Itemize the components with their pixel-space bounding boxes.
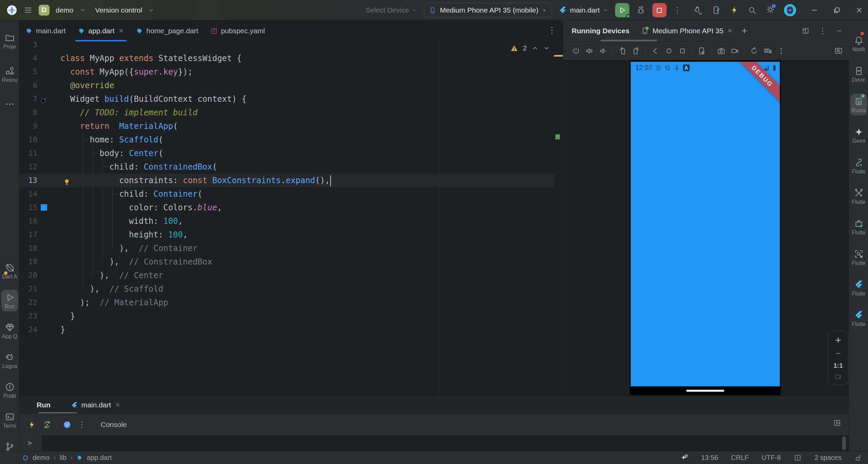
code-line-15[interactable]: 15 color: Colors.blue, bbox=[19, 201, 555, 214]
volume-down-icon[interactable] bbox=[599, 46, 608, 55]
code-line-18[interactable]: 18 ), // Container bbox=[19, 241, 555, 255]
editor-tab-home_page.dart[interactable]: home_page.dart bbox=[130, 20, 204, 41]
restart-icon[interactable] bbox=[750, 46, 758, 55]
nav-back-icon[interactable] bbox=[651, 46, 660, 55]
tool-window-button-project[interactable]: Proje bbox=[0, 30, 19, 52]
breadcrumb-project[interactable]: demo bbox=[33, 454, 50, 462]
inspections-widget[interactable]: 2 bbox=[510, 44, 550, 52]
editor-tab-app.dart[interactable]: app.dart✕ bbox=[72, 20, 130, 41]
caret-position[interactable]: 13:56 bbox=[701, 454, 718, 462]
ai-assistant-disabled-icon[interactable] bbox=[680, 454, 688, 462]
code-line-8[interactable]: 8 // TODO: implement build bbox=[19, 106, 555, 119]
rotate-left-icon[interactable] bbox=[618, 46, 627, 55]
run-tab-main-dart[interactable]: main.dart ✕ bbox=[71, 401, 120, 409]
previous-problem-chevron-icon[interactable] bbox=[532, 45, 538, 52]
tool-window-button-more-tool-windows[interactable] bbox=[0, 96, 19, 111]
window-minimize-icon[interactable] bbox=[810, 6, 818, 14]
hide-panel-icon[interactable] bbox=[835, 27, 843, 35]
avatar[interactable] bbox=[784, 4, 796, 16]
code-line-17[interactable]: 17 height: 100, bbox=[19, 228, 555, 241]
layout-settings-icon[interactable] bbox=[833, 419, 841, 427]
code-line-9[interactable]: 9 return MaterialApp( bbox=[19, 119, 555, 133]
nav-recents-icon[interactable] bbox=[678, 46, 687, 55]
fit-to-window-icon[interactable] bbox=[834, 373, 842, 381]
tool-window-button-run[interactable]: Run bbox=[0, 290, 19, 311]
device-tab[interactable]: Medium Phone API 35 ✕ bbox=[641, 27, 732, 35]
input-keyboard-icon[interactable] bbox=[763, 46, 772, 55]
close-device-tab-icon[interactable]: ✕ bbox=[727, 27, 732, 35]
close-tab-icon[interactable]: ✕ bbox=[119, 27, 124, 35]
rotate-right-icon[interactable] bbox=[632, 46, 640, 55]
window-maximize-icon[interactable] bbox=[833, 6, 841, 14]
override-method-gutter-icon[interactable] bbox=[40, 95, 48, 103]
settings-button[interactable] bbox=[766, 5, 775, 16]
editor-tab-pubspec.yaml[interactable]: Ypubspec.yaml bbox=[204, 20, 271, 41]
code-line-3[interactable]: 3 bbox=[19, 41, 555, 52]
screenshot-icon[interactable] bbox=[717, 46, 726, 55]
zoom-in-button[interactable]: + bbox=[835, 335, 841, 345]
tool-window-button-problems[interactable]: Probl bbox=[0, 379, 19, 401]
code-line-12[interactable]: 12 child: ConstrainedBox( bbox=[19, 160, 555, 174]
run-more-kebab-icon[interactable]: ⋮ bbox=[673, 5, 682, 15]
console-label[interactable]: Console bbox=[101, 421, 127, 429]
tool-window-button-terminal[interactable]: Termi bbox=[0, 409, 19, 431]
tool-window-button-gemini[interactable]: Gemi bbox=[849, 124, 868, 146]
project-name-menu[interactable]: demo bbox=[56, 6, 74, 14]
code-line-24[interactable]: 24} bbox=[19, 323, 555, 336]
tool-window-button-running-devices[interactable]: Runni bbox=[849, 94, 868, 115]
screen-record-icon[interactable] bbox=[730, 46, 739, 55]
tool-window-button-dart-analysis[interactable]: Dart A bbox=[0, 260, 19, 282]
console-scrollbar-thumb[interactable] bbox=[842, 437, 846, 450]
zoom-out-button[interactable]: − bbox=[835, 349, 841, 358]
main-menu-hamburger-icon[interactable] bbox=[24, 6, 33, 15]
emulator-screen[interactable]: 12:07 A 3G bbox=[630, 60, 781, 395]
indent-setting[interactable]: 2 spaces bbox=[814, 454, 842, 462]
code-line-5[interactable]: 5 const MyApp({super.key}); bbox=[19, 65, 555, 79]
code-line-13[interactable]: 13 constraints: const BoxConstraints.exp… bbox=[19, 174, 555, 187]
close-run-tab-icon[interactable]: ✕ bbox=[115, 401, 120, 409]
nav-home-icon[interactable] bbox=[665, 46, 673, 55]
file-encoding[interactable]: UTF-8 bbox=[762, 454, 781, 462]
code-line-11[interactable]: 11 body: Center( bbox=[19, 147, 555, 160]
device-selector-dropdown[interactable]: Medium Phone API 35 (mobile) bbox=[424, 3, 552, 18]
code-line-7[interactable]: 7 Widget build(BuildContext context) { bbox=[19, 92, 555, 106]
select-device-dropdown[interactable]: Select Device bbox=[366, 6, 417, 14]
screen-search-icon[interactable] bbox=[834, 46, 843, 55]
code-line-23[interactable]: 23 } bbox=[19, 309, 555, 323]
tool-window-button-flutter-performance[interactable]: Flutte bbox=[849, 307, 868, 329]
code-line-16[interactable]: 16 width: 100, bbox=[19, 214, 555, 228]
volume-up-icon[interactable] bbox=[585, 46, 594, 55]
unlocked-padlock-icon[interactable] bbox=[854, 454, 862, 462]
run-button[interactable] bbox=[615, 3, 629, 17]
actual-size-button[interactable]: 1:1 bbox=[833, 362, 843, 369]
tool-window-button-resource-manager[interactable]: Resou bbox=[0, 63, 19, 85]
code-line-19[interactable]: 19 ), // ConstrainedBox bbox=[19, 255, 555, 269]
dart-console-icon[interactable] bbox=[63, 420, 72, 429]
code-line-22[interactable]: 22 ); // MaterialApp bbox=[19, 296, 555, 309]
code-line-20[interactable]: 20 ), // Center bbox=[19, 269, 555, 282]
tool-window-button-app-quality-insights[interactable]: App Q bbox=[0, 320, 19, 341]
code-line-21[interactable]: 21 ), // Scaffold bbox=[19, 282, 555, 296]
debug-button[interactable] bbox=[636, 5, 646, 15]
power-icon[interactable] bbox=[572, 46, 580, 55]
window-close-icon[interactable] bbox=[855, 6, 863, 14]
tool-window-button-flutter-settings[interactable]: Flutte bbox=[849, 216, 868, 237]
code-editor[interactable]: 34class MyApp extends StatelessWidget {5… bbox=[19, 41, 563, 396]
stop-button[interactable] bbox=[652, 3, 667, 17]
kebab-icon[interactable] bbox=[777, 46, 786, 55]
vcs-menu[interactable]: Version control bbox=[95, 6, 142, 14]
notification-warning-icon[interactable] bbox=[794, 454, 802, 462]
tool-window-button-logcat[interactable]: Logca bbox=[0, 349, 19, 371]
breadcrumb-folder[interactable]: lib bbox=[60, 454, 66, 462]
next-problem-chevron-icon[interactable] bbox=[543, 45, 550, 52]
attach-debugger-icon[interactable] bbox=[693, 5, 703, 15]
code-line-10[interactable]: 10 home: Scaffold( bbox=[19, 133, 555, 147]
console-options-kebab-icon[interactable]: ⋮ bbox=[78, 420, 86, 429]
run-configuration-dropdown[interactable]: main.dart bbox=[559, 6, 608, 14]
breadcrumb-file[interactable]: app.dart bbox=[87, 454, 112, 462]
add-device-tab-icon[interactable]: + bbox=[741, 25, 747, 37]
hot-restart-icon[interactable] bbox=[43, 420, 52, 429]
flutter-attach-device-icon[interactable] bbox=[712, 5, 721, 15]
layout-split-icon[interactable] bbox=[802, 27, 810, 35]
code-line-14[interactable]: 14 child: Container( bbox=[19, 187, 555, 201]
